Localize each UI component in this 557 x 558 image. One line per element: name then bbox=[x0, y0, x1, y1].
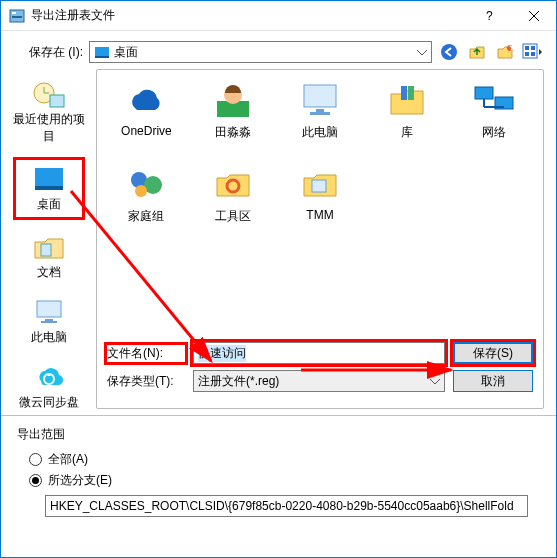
radio-branch[interactable]: 所选分支(E) bbox=[29, 472, 540, 489]
svg-rect-6 bbox=[95, 47, 109, 56]
svg-rect-23 bbox=[37, 301, 61, 317]
branch-path-input[interactable]: HKEY_CLASSES_ROOT\CLSID\{679f85cb-0220-4… bbox=[45, 495, 528, 517]
up-folder-icon[interactable] bbox=[466, 41, 488, 63]
svg-rect-21 bbox=[35, 186, 63, 190]
save-in-value: 桌面 bbox=[114, 44, 138, 61]
place-recent[interactable]: 最近使用的项目 bbox=[13, 75, 85, 149]
svg-rect-32 bbox=[401, 86, 407, 100]
export-range-group: 导出范围 全部(A) 所选分支(E) HKEY_CLASSES_ROOT\CLS… bbox=[1, 415, 556, 529]
cloud-icon bbox=[124, 80, 168, 120]
file-network[interactable]: 网络 bbox=[452, 80, 535, 160]
filetype-combo[interactable]: 注册文件(*.reg) bbox=[193, 370, 445, 392]
new-folder-icon[interactable]: ★ bbox=[494, 41, 516, 63]
svg-rect-13 bbox=[531, 46, 535, 50]
svg-rect-29 bbox=[304, 85, 336, 107]
library-icon bbox=[385, 80, 429, 120]
svg-rect-25 bbox=[41, 321, 57, 323]
window-title: 导出注册表文件 bbox=[31, 7, 466, 24]
svg-text:★: ★ bbox=[508, 43, 514, 54]
file-homegroup[interactable]: 家庭组 bbox=[105, 164, 188, 244]
svg-rect-42 bbox=[312, 180, 326, 192]
filetype-label: 保存类型(T): bbox=[107, 373, 185, 390]
svg-rect-19 bbox=[50, 95, 64, 107]
save-in-row: 保存在 (I): 桌面 ★ bbox=[1, 31, 556, 69]
desktop-icon bbox=[31, 164, 67, 194]
file-library[interactable]: 库 bbox=[365, 80, 448, 160]
filename-input[interactable]: 快速访问 bbox=[193, 342, 445, 364]
svg-rect-20 bbox=[35, 168, 63, 186]
save-in-label: 保存在 (I): bbox=[29, 44, 83, 61]
svg-rect-31 bbox=[310, 112, 330, 115]
svg-point-8 bbox=[441, 44, 457, 60]
folder-icon bbox=[211, 164, 255, 204]
file-user[interactable]: 田淼淼 bbox=[192, 80, 275, 160]
desktop-icon bbox=[94, 44, 110, 60]
save-in-combo[interactable]: 桌面 bbox=[89, 41, 432, 63]
help-button[interactable]: ? bbox=[466, 1, 511, 30]
file-thispc[interactable]: 此电脑 bbox=[279, 80, 362, 160]
cancel-button[interactable]: 取消 bbox=[453, 370, 533, 392]
svg-rect-14 bbox=[525, 52, 529, 56]
clock-icon bbox=[31, 79, 67, 109]
radio-all[interactable]: 全部(A) bbox=[29, 451, 540, 468]
svg-point-40 bbox=[135, 185, 147, 197]
places-bar: 最近使用的项目 桌面 文档 此电脑 微云同步盘 bbox=[1, 69, 96, 415]
folder-icon bbox=[298, 164, 342, 204]
cloud-sync-icon bbox=[31, 362, 67, 392]
svg-rect-34 bbox=[475, 87, 493, 99]
svg-rect-33 bbox=[408, 86, 414, 100]
monitor-icon bbox=[298, 80, 342, 120]
file-onedrive[interactable]: OneDrive bbox=[105, 80, 188, 160]
svg-rect-22 bbox=[41, 244, 51, 256]
svg-rect-30 bbox=[316, 109, 324, 112]
svg-rect-7 bbox=[95, 56, 109, 58]
regedit-icon bbox=[9, 8, 25, 24]
file-grid[interactable]: OneDrive 田淼淼 此电脑 库 网络 家庭组 bbox=[97, 70, 543, 336]
radio-icon bbox=[29, 453, 42, 466]
save-button[interactable]: 保存(S) bbox=[453, 342, 533, 364]
svg-rect-1 bbox=[12, 12, 16, 14]
titlebar: 导出注册表文件 ? bbox=[1, 1, 556, 31]
user-icon bbox=[211, 80, 255, 120]
close-button[interactable] bbox=[511, 1, 556, 30]
place-desktop[interactable]: 桌面 bbox=[13, 157, 85, 220]
place-weiyun[interactable]: 微云同步盘 bbox=[13, 358, 85, 415]
file-browser: OneDrive 田淼淼 此电脑 库 网络 家庭组 bbox=[96, 69, 544, 409]
svg-rect-12 bbox=[525, 46, 529, 50]
file-toolbox[interactable]: 工具区 bbox=[192, 164, 275, 244]
monitor-icon bbox=[31, 297, 67, 327]
file-tmm[interactable]: TMM bbox=[279, 164, 362, 244]
back-icon[interactable] bbox=[438, 41, 460, 63]
chevron-down-icon bbox=[417, 45, 427, 59]
chevron-down-icon bbox=[430, 374, 440, 388]
svg-rect-2 bbox=[12, 16, 22, 18]
place-thispc[interactable]: 此电脑 bbox=[13, 293, 85, 350]
folder-icon bbox=[31, 232, 67, 262]
svg-rect-15 bbox=[531, 52, 535, 56]
export-range-legend: 导出范围 bbox=[17, 426, 540, 443]
svg-rect-24 bbox=[45, 319, 53, 321]
svg-text:?: ? bbox=[486, 11, 493, 21]
homegroup-icon bbox=[124, 164, 168, 204]
radio-icon bbox=[29, 474, 42, 487]
filename-label: 文件名(N): bbox=[107, 345, 185, 362]
view-menu-icon[interactable] bbox=[522, 41, 544, 63]
network-icon bbox=[472, 80, 516, 120]
place-documents[interactable]: 文档 bbox=[13, 228, 85, 285]
